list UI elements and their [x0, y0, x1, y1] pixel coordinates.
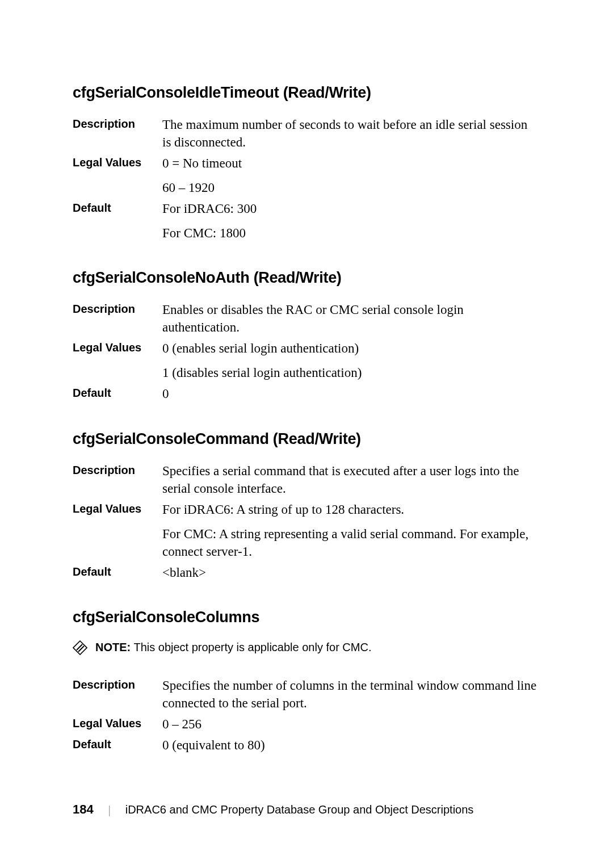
property-row: Default For iDRAC6: 300 For CMC: 1800 [73, 200, 539, 242]
note-row: NOTE: This object property is applicable… [73, 640, 539, 655]
property-text: 0 [162, 385, 539, 402]
note-text: NOTE: This object property is applicable… [95, 641, 371, 654]
section-command: cfgSerialConsoleCommand (Read/Write) Des… [73, 430, 539, 581]
property-label: Description [73, 462, 162, 477]
footer-title: iDRAC6 and CMC Property Database Group a… [125, 803, 474, 816]
property-text: For CMC: A string representing a valid s… [162, 525, 539, 560]
section-no-auth: cfgSerialConsoleNoAuth (Read/Write) Desc… [73, 269, 539, 402]
property-text: For iDRAC6: A string of up to 128 charac… [162, 501, 539, 518]
page-footer: 184 | iDRAC6 and CMC Property Database G… [73, 802, 473, 817]
property-row: Default 0 [73, 385, 539, 402]
property-label: Legal Values [73, 501, 162, 515]
property-label: Default [73, 736, 162, 751]
property-row: Description Specifies the number of colu… [73, 677, 539, 712]
property-text: 0 – 256 [162, 715, 539, 733]
property-label: Description [73, 677, 162, 691]
property-row: Legal Values 0 = No timeout 60 – 1920 [73, 154, 539, 196]
property-text: For CMC: 1800 [162, 224, 539, 242]
property-label: Description [73, 301, 162, 316]
property-label: Legal Values [73, 339, 162, 354]
note-label: NOTE: [95, 641, 131, 653]
property-value: 0 (equivalent to 80) [162, 736, 539, 754]
property-label: Legal Values [73, 154, 162, 169]
property-value: 0 (enables serial login authentication) … [162, 339, 539, 381]
section-title: cfgSerialConsoleNoAuth (Read/Write) [73, 269, 539, 287]
property-value: 0 = No timeout 60 – 1920 [162, 154, 539, 196]
svg-marker-0 [73, 641, 87, 655]
property-label: Default [73, 385, 162, 400]
property-text: For iDRAC6: 300 [162, 200, 539, 217]
property-value: <blank> [162, 564, 539, 581]
property-text: <blank> [162, 564, 539, 581]
property-text: The maximum number of seconds to wait be… [162, 116, 539, 151]
property-row: Legal Values 0 – 256 [73, 715, 539, 733]
property-label: Default [73, 564, 162, 578]
property-value: 0 – 256 [162, 715, 539, 733]
property-value: For iDRAC6: 300 For CMC: 1800 [162, 200, 539, 242]
section-columns: cfgSerialConsoleColumns NOTE: This objec… [73, 609, 539, 754]
section-title: cfgSerialConsoleCommand (Read/Write) [73, 430, 539, 448]
property-value: For iDRAC6: A string of up to 128 charac… [162, 501, 539, 560]
property-row: Default 0 (equivalent to 80) [73, 736, 539, 754]
property-value: The maximum number of seconds to wait be… [162, 116, 539, 151]
property-row: Legal Values 0 (enables serial login aut… [73, 339, 539, 381]
note-body: This object property is applicable only … [131, 641, 371, 653]
property-text: 0 (enables serial login authentication) [162, 339, 539, 357]
section-title: cfgSerialConsoleIdleTimeout (Read/Write) [73, 84, 539, 102]
property-text: 60 – 1920 [162, 179, 539, 196]
property-value: Specifies the number of columns in the t… [162, 677, 539, 712]
property-row: Legal Values For iDRAC6: A string of up … [73, 501, 539, 560]
property-value: Enables or disables the RAC or CMC seria… [162, 301, 539, 336]
property-text: Specifies a serial command that is execu… [162, 462, 539, 497]
property-text: 0 (equivalent to 80) [162, 736, 539, 754]
property-row: Description Enables or disables the RAC … [73, 301, 539, 336]
page-number: 184 [73, 802, 94, 817]
property-label: Description [73, 116, 162, 131]
property-text: 0 = No timeout [162, 154, 539, 172]
section-title: cfgSerialConsoleColumns [73, 609, 539, 626]
property-text: 1 (disables serial login authentication) [162, 364, 539, 381]
document-page: cfgSerialConsoleIdleTimeout (Read/Write)… [0, 0, 613, 754]
property-row: Description Specifies a serial command t… [73, 462, 539, 497]
note-icon [73, 640, 87, 655]
property-row: Description The maximum number of second… [73, 116, 539, 151]
property-value: Specifies a serial command that is execu… [162, 462, 539, 497]
property-row: Default <blank> [73, 564, 539, 581]
property-text: Specifies the number of columns in the t… [162, 677, 539, 712]
property-value: 0 [162, 385, 539, 402]
property-label: Legal Values [73, 715, 162, 730]
property-label: Default [73, 200, 162, 215]
footer-separator: | [108, 803, 111, 816]
property-text: Enables or disables the RAC or CMC seria… [162, 301, 539, 336]
section-idle-timeout: cfgSerialConsoleIdleTimeout (Read/Write)… [73, 84, 539, 242]
